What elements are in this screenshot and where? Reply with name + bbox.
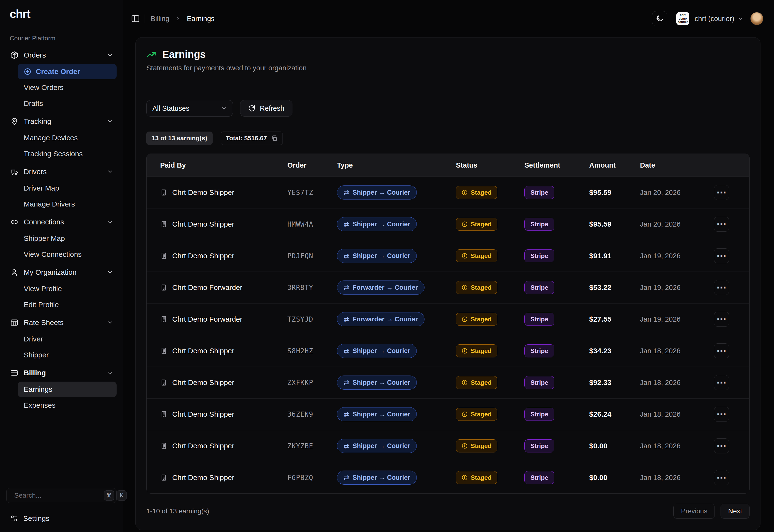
order-code: TZSYJD bbox=[284, 315, 334, 323]
sidebar-item-connections[interactable]: Connections bbox=[6, 214, 117, 230]
org-chip-line1: chrt demo bbox=[676, 13, 689, 20]
table-row[interactable]: Chrt Demo ShipperHMWW4A⇄Shipper → Courie… bbox=[147, 208, 749, 240]
account-menu-label[interactable]: chrt (courier) bbox=[695, 15, 734, 23]
sidebar-item-manage-devices[interactable]: Manage Devices bbox=[18, 130, 117, 146]
type-badge: ⇄Shipper → Courier bbox=[337, 471, 417, 485]
sidebar-item-label: Manage Drivers bbox=[24, 200, 75, 208]
org-chip[interactable]: chrt demo courier bbox=[676, 12, 689, 25]
sidebar-item-label: My Organization bbox=[24, 268, 76, 276]
amount-value: $0.00 bbox=[586, 442, 637, 450]
breadcrumb-earnings[interactable]: Earnings bbox=[187, 15, 214, 23]
row-actions-button[interactable]: ⋯ bbox=[714, 438, 729, 453]
filters-row: All Statuses Refresh bbox=[146, 100, 750, 117]
sidebar-item-label: Drivers bbox=[24, 168, 47, 176]
row-actions-button[interactable]: ⋯ bbox=[714, 217, 729, 232]
table-row[interactable]: Chrt Demo ShipperF6PBZQ⇄Shipper → Courie… bbox=[147, 462, 749, 493]
row-actions-button[interactable]: ⋯ bbox=[714, 280, 729, 295]
nav-children-tracking: Manage DevicesTracking Sessions bbox=[13, 130, 117, 162]
type-label: Shipper → Courier bbox=[352, 347, 410, 355]
sidebar-item-my-organization[interactable]: My Organization bbox=[6, 264, 117, 281]
transfer-icon: ⇄ bbox=[343, 379, 349, 387]
sidebar-item-create-order[interactable]: Create Order bbox=[18, 64, 117, 79]
sidebar-item-tracking[interactable]: Tracking bbox=[6, 113, 117, 130]
refresh-icon bbox=[248, 105, 255, 112]
row-actions-button[interactable]: ⋯ bbox=[714, 185, 729, 200]
sidebar-item-rate-sheets[interactable]: Rate Sheets bbox=[6, 314, 117, 331]
sidebar-item-label: Drafts bbox=[24, 99, 43, 108]
type-badge: ⇄Shipper → Courier bbox=[337, 249, 417, 263]
building-icon bbox=[160, 442, 167, 450]
order-code: YES7TZ bbox=[284, 189, 334, 197]
type-badge: ⇄Forwarder → Courier bbox=[337, 281, 424, 295]
row-actions-button[interactable]: ⋯ bbox=[714, 375, 729, 390]
refresh-button[interactable]: Refresh bbox=[240, 100, 292, 117]
sidebar-item-shipper[interactable]: Shipper bbox=[18, 347, 117, 363]
sidebar-item-drafts[interactable]: Drafts bbox=[18, 96, 117, 111]
row-actions-button[interactable]: ⋯ bbox=[714, 312, 729, 327]
info-icon bbox=[461, 411, 468, 417]
col-status: Status bbox=[453, 161, 521, 169]
building-icon bbox=[160, 221, 167, 228]
status-label: Staged bbox=[471, 347, 492, 355]
table-row[interactable]: Chrt Demo ShipperYES7TZ⇄Shipper → Courie… bbox=[147, 177, 749, 208]
sidebar-item-edit-profile[interactable]: Edit Profile bbox=[18, 297, 117, 312]
sidebar-item-orders[interactable]: Orders bbox=[6, 47, 117, 63]
row-actions-button[interactable]: ⋯ bbox=[714, 407, 729, 422]
chevron-down-icon[interactable] bbox=[737, 15, 744, 22]
status-filter-select[interactable]: All Statuses bbox=[146, 100, 233, 117]
sidebar: chrt Courier Platform OrdersCreate Order… bbox=[0, 0, 123, 532]
sidebar-item-shipper-map[interactable]: Shipper Map bbox=[18, 231, 117, 246]
sidebar-item-label: Tracking Sessions bbox=[24, 150, 83, 158]
sidebar-item-tracking-sessions[interactable]: Tracking Sessions bbox=[18, 146, 117, 162]
sidebar-item-label: Shipper bbox=[24, 351, 49, 359]
previous-page-button[interactable]: Previous bbox=[673, 504, 715, 519]
type-label: Forwarder → Courier bbox=[352, 284, 418, 291]
ellipsis-icon: ⋯ bbox=[717, 441, 726, 451]
type-label: Shipper → Courier bbox=[352, 474, 410, 481]
page-subtitle: Statements for payments owed to your org… bbox=[146, 64, 750, 72]
sidebar-item-earnings[interactable]: Earnings bbox=[18, 382, 117, 397]
avatar[interactable] bbox=[750, 12, 763, 25]
copy-icon[interactable] bbox=[271, 135, 278, 142]
search-input[interactable] bbox=[9, 492, 102, 499]
table-row[interactable]: Chrt Demo ShipperPDJFQN⇄Shipper → Courie… bbox=[147, 240, 749, 272]
table-row[interactable]: Chrt Demo Forwarder3RR8TY⇄Forwarder → Co… bbox=[147, 272, 749, 303]
table-row[interactable]: Chrt Demo ShipperS8H2HZ⇄Shipper → Courie… bbox=[147, 335, 749, 367]
row-actions-button[interactable]: ⋯ bbox=[714, 248, 729, 263]
search-box[interactable]: ⌘ K bbox=[6, 488, 117, 503]
row-actions-button[interactable]: ⋯ bbox=[714, 343, 729, 358]
building-icon bbox=[160, 411, 167, 418]
table-row[interactable]: Chrt Demo ShipperZXFKKP⇄Shipper → Courie… bbox=[147, 367, 749, 398]
type-badge: ⇄Shipper → Courier bbox=[337, 439, 417, 453]
sidebar-item-view-connections[interactable]: View Connections bbox=[18, 247, 117, 262]
table-row[interactable]: Chrt Demo Shipper36ZEN9⇄Shipper → Courie… bbox=[147, 398, 749, 430]
status-label: Staged bbox=[471, 189, 492, 196]
sidebar-item-manage-drivers[interactable]: Manage Drivers bbox=[18, 196, 117, 212]
sidebar-item-settings[interactable]: Settings bbox=[6, 511, 117, 526]
sidebar-item-view-profile[interactable]: View Profile bbox=[18, 281, 117, 296]
sidebar-item-label: Shipper Map bbox=[24, 234, 65, 243]
building-icon bbox=[160, 252, 167, 259]
transfer-icon: ⇄ bbox=[343, 315, 349, 323]
row-actions-button[interactable]: ⋯ bbox=[714, 470, 729, 485]
nav-group-rate-sheets: Rate SheetsDriverShipper bbox=[6, 314, 117, 363]
status-label: Staged bbox=[471, 442, 492, 450]
sidebar-toggle-button[interactable] bbox=[130, 13, 141, 24]
chevron-down-icon bbox=[107, 118, 113, 125]
grid-icon bbox=[10, 318, 18, 327]
refresh-label: Refresh bbox=[260, 104, 284, 112]
type-label: Shipper → Courier bbox=[352, 442, 410, 450]
sidebar-item-driver[interactable]: Driver bbox=[18, 331, 117, 347]
sidebar-item-label: Orders bbox=[24, 51, 46, 59]
next-page-button[interactable]: Next bbox=[721, 504, 750, 519]
sidebar-item-billing[interactable]: Billing bbox=[6, 365, 117, 381]
breadcrumb-billing[interactable]: Billing bbox=[151, 15, 169, 23]
sidebar-item-view-orders[interactable]: View Orders bbox=[18, 80, 117, 95]
order-code: HMWW4A bbox=[284, 220, 334, 228]
table-row[interactable]: Chrt Demo ShipperZKYZBE⇄Shipper → Courie… bbox=[147, 430, 749, 462]
table-row[interactable]: Chrt Demo ForwarderTZSYJD⇄Forwarder → Co… bbox=[147, 303, 749, 335]
theme-toggle-button[interactable] bbox=[652, 11, 667, 26]
sidebar-item-expenses[interactable]: Expenses bbox=[18, 398, 117, 413]
sidebar-item-driver-map[interactable]: Driver Map bbox=[18, 180, 117, 196]
sidebar-item-drivers[interactable]: Drivers bbox=[6, 163, 117, 180]
